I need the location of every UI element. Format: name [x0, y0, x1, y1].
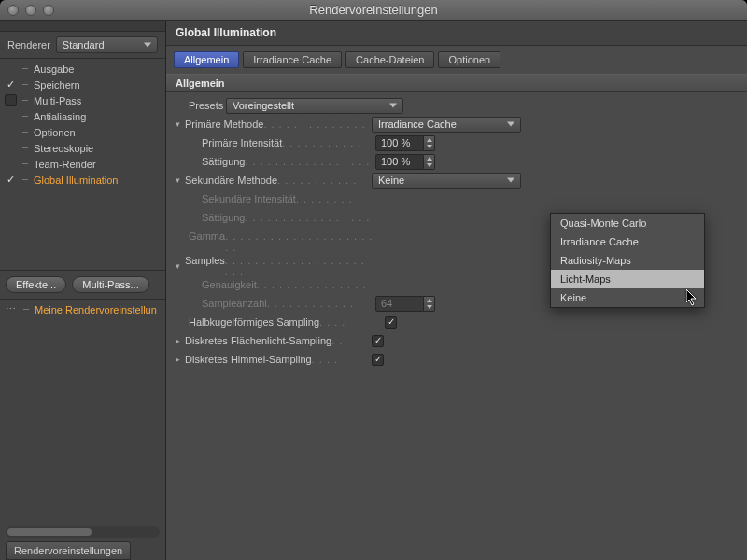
app-window: Rendervoreinstellungen Renderer Standard… [0, 0, 747, 560]
row-primary-method: Primäre Methode. . . . . . . . . . . . .… [176, 115, 738, 133]
window-body: Renderer Standard Ausgabe ✓ Speichern [0, 21, 747, 560]
secondary-intensity-label: Sekundäre Intensität [202, 193, 296, 204]
close-window-button[interactable] [7, 5, 19, 16]
secondary-method-label: Sekundäre Methode [185, 175, 277, 186]
sidebar: Renderer Standard Ausgabe ✓ Speichern [0, 21, 166, 560]
scrollbar-thumb[interactable] [7, 528, 92, 536]
renderer-row: Renderer Standard [0, 32, 165, 59]
sidebar-item-teamrender[interactable]: Team-Render [0, 156, 165, 172]
checkbox-icon: ✓ [4, 174, 17, 186]
chevron-down-icon [389, 104, 397, 108]
tree-line-icon [21, 84, 30, 85]
primary-intensity-label: Primäre Intensität [202, 137, 282, 148]
grip-handle[interactable] [0, 21, 165, 32]
presets-select[interactable]: Voreingestellt [226, 98, 403, 114]
multipass-button[interactable]: Multi-Pass... [72, 276, 149, 293]
sidebar-item-optionen[interactable]: Optionen [0, 124, 165, 140]
horizontal-scrollbar[interactable] [6, 526, 160, 538]
row-presets: Presets Voreingestellt [176, 96, 738, 115]
renderer-select[interactable]: Standard [56, 36, 158, 53]
tree-line-icon [21, 147, 30, 148]
sidebar-item-label: Multi-Pass [34, 95, 81, 106]
accuracy-label: Genauigkeit [202, 279, 257, 290]
tab-bar: Allgemein Irradiance Cache Cache-Dateien… [166, 46, 747, 68]
tab-optionen[interactable]: Optionen [438, 51, 500, 68]
dropdown-item-keine[interactable]: Keine [551, 288, 704, 307]
sidebar-item-multipass[interactable]: Multi-Pass [0, 92, 165, 108]
sidebar-item-label: Ausgabe [34, 63, 74, 75]
main-panel: Global Illumination Allgemein Irradiance… [166, 21, 747, 560]
discrete-sky-checkbox[interactable] [372, 354, 384, 366]
disclosure-triangle-icon[interactable] [176, 175, 185, 185]
preset-list[interactable]: ⋯ Meine Rendervoreinstellun [0, 299, 165, 319]
sidebar-item-global-illumination[interactable]: ✓ Global Illumination [0, 172, 165, 188]
row-primary-saturation: Sättigung. . . . . . . . . . . . . . . .… [176, 152, 738, 171]
preset-item-label: Meine Rendervoreinstellun [35, 304, 157, 315]
disclosure-triangle-icon[interactable] [176, 355, 185, 364]
render-settings-list: Ausgabe ✓ Speichern Multi-Pass Antialias… [0, 59, 165, 270]
footer-tab[interactable]: Rendervoreinstellungen [6, 541, 131, 560]
row-primary-intensity: Primäre Intensität. . . . . . . . . . . … [176, 133, 738, 152]
sidebar-button-row: Effekte... Multi-Pass... [0, 270, 165, 299]
tab-cache-dateien[interactable]: Cache-Dateien [345, 51, 434, 68]
sidebar-item-stereoskopie[interactable]: Stereoskopie [0, 140, 165, 156]
row-discrete-area: Diskretes Flächenlicht-Sampling. . [176, 331, 738, 350]
dropdown-item-radiosity-maps[interactable]: Radiosity-Maps [551, 251, 704, 270]
chevron-down-icon [507, 178, 514, 183]
sidebar-item-ausgabe[interactable]: Ausgabe [0, 61, 165, 77]
renderer-value: Standard [63, 39, 105, 50]
secondary-saturation-label: Sättigung [202, 212, 245, 223]
tree-line-icon [21, 163, 30, 164]
preset-bullet-icon: ⋯ [6, 303, 18, 315]
secondary-method-select[interactable]: Keine [372, 173, 521, 189]
checkbox-icon: ✓ [4, 78, 17, 91]
primary-intensity-field[interactable]: 100 % [375, 135, 525, 151]
hemi-sampling-checkbox[interactable] [385, 316, 397, 329]
disclosure-triangle-icon[interactable] [176, 119, 185, 129]
gamma-label: Gamma [189, 231, 225, 242]
sidebar-item-label: Speichern [34, 79, 80, 91]
primary-method-select[interactable]: Irradiance Cache [372, 117, 521, 133]
sidebar-item-label: Antialiasing [34, 111, 86, 122]
sidebar-item-label: Stereoskopie [34, 143, 93, 154]
primary-method-label: Primäre Methode [185, 119, 263, 130]
samplecount-field[interactable]: 64 [375, 296, 525, 312]
tab-irradiance-cache[interactable]: Irradiance Cache [243, 51, 342, 68]
dropdown-item-qmc[interactable]: Quasi-Monte Carlo [551, 214, 704, 232]
sidebar-item-antialiasing[interactable]: Antialiasing [0, 108, 165, 124]
zoom-window-button[interactable] [43, 5, 54, 16]
titlebar[interactable]: Rendervoreinstellungen [0, 0, 747, 21]
tree-line-icon [21, 68, 30, 69]
panel-title: Global Illumination [166, 21, 747, 46]
stepper-arrows-icon[interactable] [424, 296, 435, 312]
sidebar-item-label: Team-Render [34, 159, 96, 170]
stepper-arrows-icon[interactable] [424, 154, 435, 170]
sidebar-item-label: Optionen [34, 127, 76, 138]
minimize-window-button[interactable] [25, 5, 36, 16]
chevron-down-icon [507, 122, 514, 127]
dropdown-item-irradiance-cache[interactable]: Irradiance Cache [551, 232, 704, 251]
section-header-allgemein: Allgemein [166, 74, 747, 92]
samplecount-label: Sampleanzahl [202, 298, 267, 309]
sidebar-item-speichern[interactable]: ✓ Speichern [0, 77, 165, 92]
hemi-sampling-label: Halbkugelförmiges Sampling [189, 316, 319, 328]
row-secondary-method: Sekundäre Methode. . . . . . . . . . . K… [176, 171, 738, 189]
row-hemi-sampling: Halbkugelförmiges Sampling. . . . [176, 313, 738, 331]
tab-allgemein[interactable]: Allgemein [174, 51, 239, 68]
discrete-area-label: Diskretes Flächenlicht-Sampling [185, 335, 331, 346]
tree-line-icon [21, 116, 30, 117]
disclosure-triangle-icon[interactable] [176, 336, 185, 345]
sidebar-item-label: Global Illumination [34, 175, 119, 186]
stepper-arrows-icon[interactable] [424, 135, 435, 151]
tree-line-icon [21, 132, 30, 133]
samples-label: Samples [185, 255, 225, 266]
tree-line-icon [21, 100, 30, 101]
dropdown-item-licht-maps[interactable]: Licht-Maps [551, 270, 704, 288]
checkbox-icon [4, 94, 17, 106]
discrete-area-checkbox[interactable] [372, 335, 384, 347]
effects-button[interactable]: Effekte... [6, 276, 66, 293]
tree-line-icon [21, 309, 31, 310]
disclosure-triangle-icon[interactable] [176, 261, 185, 271]
primary-saturation-field[interactable]: 100 % [375, 154, 525, 170]
secondary-method-dropdown: Quasi-Monte Carlo Irradiance Cache Radio… [550, 213, 705, 308]
